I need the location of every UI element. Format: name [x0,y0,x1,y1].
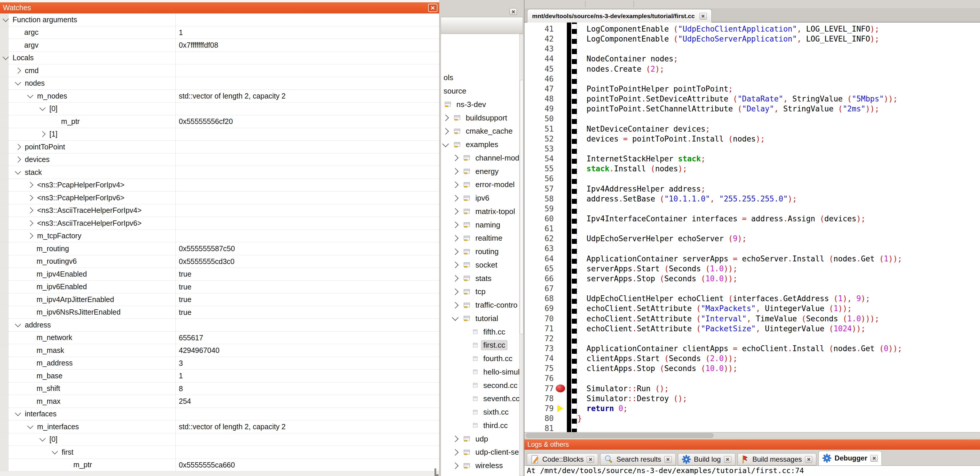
watch-row[interactable]: m_interfacesstd::vector of length 2, cap… [0,420,439,433]
code-line[interactable]: 44 NodeContainer nodes; [525,54,980,64]
tree-item-buildsupport[interactable]: buildsupport [441,111,519,125]
watch-row[interactable]: m_ipv4ArpJitterEnabledtrue [0,293,439,306]
watch-row[interactable]: m_ptr0x55555556cf20 [0,115,439,128]
code-line[interactable]: 48 pointToPoint.SetDeviceAttribute ("Dat… [525,94,980,104]
code-line[interactable]: 62 UdpEchoServerHelper echoServer (9); [525,233,980,244]
code-line[interactable]: 80} [525,414,980,423]
tree-item-source[interactable]: source [441,85,519,98]
marker-margin[interactable] [555,303,566,313]
marker-margin[interactable] [555,114,566,124]
marker-margin[interactable] [555,54,566,64]
chevron-down-icon[interactable] [442,141,449,147]
code-line[interactable]: 64 ApplicationContainer serverApps = ech… [525,254,980,264]
watch-row[interactable]: cmd [0,64,439,77]
marker-margin[interactable] [555,124,566,134]
code-line[interactable]: 74 clientApps.Start (Seconds (2.0)); [525,353,980,363]
chevron-right-icon[interactable] [27,233,33,239]
chevron-right-icon[interactable] [452,436,459,442]
tree-item-tutorial[interactable]: tutorial [441,312,519,326]
watch-row[interactable]: m_nodesstd::vector of length 2, capacity… [0,90,439,103]
marker-margin[interactable] [555,164,566,174]
chevron-down-icon[interactable] [15,410,21,416]
marker-margin[interactable] [555,84,566,94]
code-line[interactable]: 73 ApplicationContainer clientApps = ech… [525,343,980,353]
close-management-icon[interactable] [509,8,517,15]
watch-row[interactable]: first [0,446,439,459]
chevron-right-icon[interactable] [452,168,459,175]
marker-margin[interactable] [555,144,566,154]
close-tab-icon[interactable] [724,456,731,463]
watch-row[interactable]: stack [0,166,439,179]
code-line[interactable]: 78 Simulator::Destroy (); [525,393,980,404]
watch-row[interactable]: Function arguments [0,13,439,26]
tree-item-fourth-cc[interactable]: fourth.cc [441,352,519,366]
close-tab-icon[interactable] [870,455,878,462]
watch-row[interactable]: m_shift8 [0,382,439,395]
watch-row[interactable]: pointToPoint [0,141,439,153]
marker-margin[interactable] [555,274,566,284]
watch-row[interactable]: m_mask4294967040 [0,344,439,357]
code-line[interactable]: 46 [525,74,980,84]
marker-margin[interactable] [555,393,566,404]
watches-column-divider[interactable] [175,13,176,471]
code-line[interactable]: 69 echoClient.SetAttribute ("MaxPackets"… [525,303,980,313]
watch-row[interactable]: Locals [0,52,439,65]
marker-margin[interactable] [555,94,566,104]
close-tab-icon[interactable] [805,456,812,463]
chevron-right-icon[interactable] [452,248,459,255]
chevron-right-icon[interactable] [452,289,459,295]
chevron-right-icon[interactable] [15,157,21,163]
chevron-down-icon[interactable] [3,16,9,22]
marker-margin[interactable] [555,363,566,373]
code-line[interactable]: 76 [525,373,980,383]
code-line[interactable]: 66 serverApps.Stop (Seconds (10.0)); [525,274,980,284]
marker-margin[interactable] [555,414,566,423]
chevron-right-icon[interactable] [15,67,21,73]
tree-item-udp[interactable]: udp [441,432,519,446]
watch-row[interactable]: [0] [0,103,439,115]
breakpoint-icon[interactable] [556,385,565,392]
code-line[interactable]: 71 echoClient.SetAttribute ("PacketSize"… [525,324,980,334]
tree-item-channel-mod[interactable]: channel-mod [441,152,519,165]
splitter-grip-icon[interactable] [633,1,634,7]
tree-item-examples[interactable]: examples [441,138,519,152]
chevron-down-icon[interactable] [40,435,46,441]
chevron-right-icon[interactable] [452,262,459,268]
watch-row[interactable]: m_ptr0x5555555ca660 [0,459,439,471]
marker-margin[interactable] [555,154,566,164]
chevron-down-icon[interactable] [452,314,459,321]
watch-row[interactable]: m_routingv60x5555555cd3c0 [0,255,439,268]
marker-margin[interactable] [555,134,566,144]
chevron-right-icon[interactable] [442,115,449,121]
watch-row[interactable]: <ns3::PcapHelperForIpv4> [0,179,439,192]
tree-item-first-cc[interactable]: first.cc [441,339,519,352]
chevron-right-icon[interactable] [452,235,459,242]
code-line[interactable]: 81 [525,423,980,432]
tree-item-routing[interactable]: routing [441,245,519,259]
tree-item-error-model[interactable]: error-model [441,178,519,192]
marker-margin[interactable] [555,264,566,274]
chevron-right-icon[interactable] [40,131,46,137]
code-line[interactable]: 67 [525,284,980,294]
chevron-right-icon[interactable] [452,449,459,456]
tree-item-ols[interactable]: ols [441,71,519,85]
tree-item-traffic-contro[interactable]: traffic-contro [441,299,519,312]
tree-item-hello-simul[interactable]: hello-simul [441,366,519,379]
marker-margin[interactable] [555,373,566,383]
watch-row[interactable]: devices [0,153,439,166]
chevron-right-icon[interactable] [452,182,459,188]
close-tab-icon[interactable] [587,456,594,463]
code-line[interactable]: 68 UdpEchoClientHelper echoClient (inter… [525,294,980,303]
logs-titlebar[interactable]: Logs & others [525,439,980,450]
code-line[interactable]: 47 PointToPointHelper pointToPoint; [525,84,980,94]
close-icon[interactable] [428,4,438,12]
tree-scrollbar-thumb[interactable] [520,80,523,334]
tree-item-ipv6[interactable]: ipv6 [441,192,519,205]
marker-margin[interactable] [555,343,566,353]
tree-item-socket[interactable]: socket [441,259,519,272]
chevron-right-icon[interactable] [452,222,459,228]
marker-margin[interactable] [555,194,566,204]
chevron-right-icon[interactable] [27,195,33,201]
tree-item-naming[interactable]: naming [441,218,519,232]
watch-row[interactable]: nodes [0,77,439,90]
